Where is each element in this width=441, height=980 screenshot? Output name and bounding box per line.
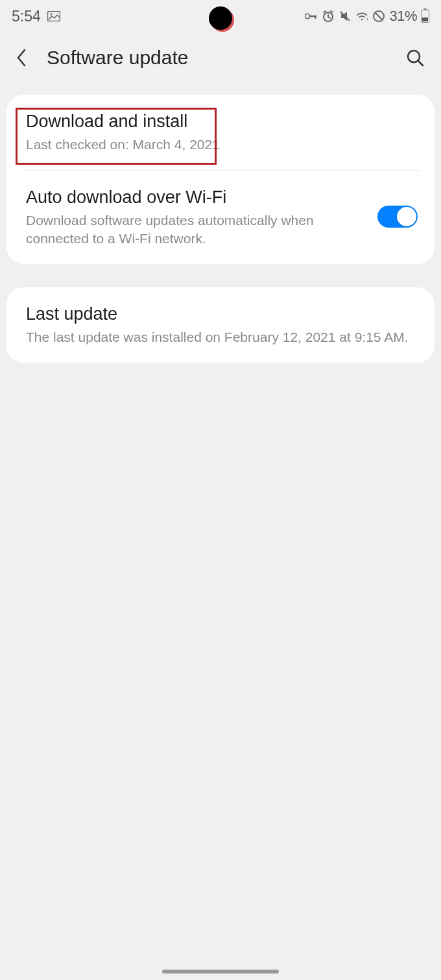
- status-bar: 5:54 + 31%: [0, 0, 441, 32]
- settings-card-2: Last update The last update was installe…: [6, 287, 435, 363]
- battery-percent: 31%: [389, 8, 417, 25]
- vpn-key-icon: [305, 10, 318, 23]
- navigation-handle[interactable]: [162, 970, 279, 974]
- app-header: Software update: [0, 32, 441, 83]
- auto-download-sub: Download software updates automatically …: [26, 211, 364, 247]
- page-title: Software update: [47, 47, 389, 69]
- download-install-title: Download and install: [26, 110, 415, 133]
- svg-text:+: +: [366, 16, 369, 22]
- svg-point-1: [50, 14, 52, 16]
- download-install-sub: Last checked on: March 4, 2021: [26, 136, 415, 153]
- search-button[interactable]: [402, 45, 428, 71]
- mute-icon: [339, 10, 352, 23]
- no-sim-icon: [372, 10, 385, 23]
- camera-cutout: [209, 6, 232, 30]
- auto-download-title: Auto download over Wi-Fi: [26, 186, 364, 209]
- status-right: + 31%: [305, 8, 429, 25]
- download-install-row[interactable]: Download and install Last checked on: Ma…: [6, 95, 435, 170]
- toggle-knob: [397, 207, 416, 226]
- back-button[interactable]: [9, 45, 34, 70]
- auto-download-toggle[interactable]: [377, 206, 418, 228]
- status-time: 5:54: [12, 8, 41, 25]
- chevron-left-icon: [15, 47, 28, 68]
- svg-point-2: [305, 14, 311, 19]
- svg-rect-4: [315, 16, 316, 19]
- battery-icon: [421, 10, 429, 23]
- svg-line-11: [418, 61, 423, 66]
- wifi-icon: +: [355, 10, 368, 23]
- auto-download-row[interactable]: Auto download over Wi-Fi Download softwa…: [6, 171, 435, 264]
- search-icon: [405, 48, 425, 67]
- gallery-icon: [47, 10, 60, 23]
- settings-card-1: Download and install Last checked on: Ma…: [6, 95, 435, 264]
- last-update-title: Last update: [26, 303, 415, 326]
- last-update-row[interactable]: Last update The last update was installe…: [6, 287, 435, 363]
- last-update-sub: The last update was installed on Februar…: [26, 328, 415, 346]
- status-left: 5:54: [12, 8, 60, 25]
- svg-line-9: [375, 13, 383, 20]
- alarm-icon: [322, 10, 335, 23]
